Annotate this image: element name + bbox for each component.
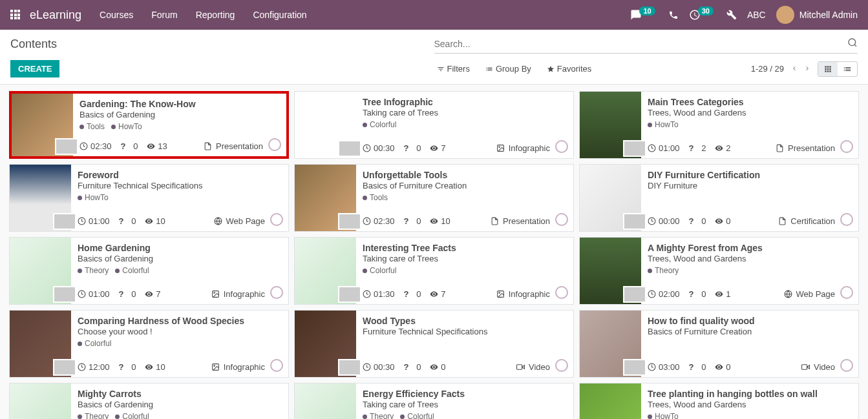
pager-prev[interactable] [790, 64, 798, 74]
card-thumbnail [623, 213, 646, 230]
nav-item-configuration[interactable]: Configuration [253, 10, 306, 20]
status-indicator[interactable] [555, 286, 568, 299]
content-card[interactable]: Mighty CarrotsBasics of GardeningTheoryC… [9, 383, 289, 419]
status-indicator[interactable] [840, 140, 853, 153]
card-tag: Colorful [78, 339, 111, 348]
card-title: Home Gardening [78, 243, 282, 253]
questions: ? 0 [121, 141, 138, 151]
card-tag: Theory [648, 266, 679, 275]
card-tag: HowTo [648, 120, 679, 129]
card-subtitle: Trees, Wood and Gardens [648, 108, 852, 118]
views: 0 [715, 216, 730, 226]
content-card[interactable]: Unforgettable ToolsBasics of Furniture C… [294, 164, 574, 232]
content-card[interactable]: A Mighty Forest from AgesTrees, Wood and… [579, 237, 859, 305]
status-indicator[interactable] [555, 359, 568, 372]
card-title: Tree planting in hanging bottles on wall [648, 389, 852, 399]
card-thumbnail [623, 140, 646, 157]
card-title: A Mighty Forest from Ages [648, 243, 852, 253]
questions: ? 0 [689, 289, 706, 299]
status-indicator[interactable] [555, 213, 568, 226]
pager-next[interactable] [803, 64, 811, 74]
card-image [295, 311, 356, 377]
status-indicator[interactable] [270, 213, 283, 226]
content-card[interactable]: Wood TypesFurniture Technical Specificat… [294, 310, 574, 378]
nav-item-reporting[interactable]: Reporting [196, 10, 235, 20]
favorites-button[interactable]: Favorites [547, 61, 591, 77]
search-icon[interactable] [847, 37, 858, 50]
card-thumbnail [53, 359, 76, 376]
svg-point-23 [213, 365, 215, 367]
company-name[interactable]: ABC [747, 10, 766, 20]
phone-icon[interactable] [668, 10, 679, 20]
status-indicator[interactable] [840, 359, 853, 372]
search-wrap [434, 37, 858, 54]
nav-item-forum[interactable]: Forum [151, 10, 177, 20]
chat-badge: 10 [639, 6, 655, 15]
nav-item-courses[interactable]: Courses [100, 10, 133, 20]
views: 10 [145, 216, 165, 226]
content-card[interactable]: Interesting Tree FactsTaking care of Tre… [294, 237, 574, 305]
status-indicator[interactable] [840, 286, 853, 299]
content-card[interactable]: Comparing Hardness of Wood SpeciesChoose… [9, 310, 289, 378]
questions: ? 0 [119, 216, 136, 226]
card-subtitle: Basics of Furniture Creation [648, 327, 852, 336]
card-title: Tree Infographic [363, 97, 567, 107]
card-tag: Colorful [400, 412, 434, 419]
tools-icon[interactable] [726, 10, 737, 20]
filters-button[interactable]: Filters [437, 61, 470, 77]
status-indicator[interactable] [268, 138, 281, 151]
svg-line-1 [854, 45, 856, 46]
questions: ? 0 [689, 362, 706, 372]
card-image [295, 383, 356, 419]
views: 10 [145, 362, 165, 372]
content-type: Presentation [204, 141, 263, 151]
list-view-button[interactable] [838, 62, 857, 76]
user-avatar [776, 6, 794, 24]
activity-icon[interactable]: 30 [689, 9, 716, 21]
kanban-view: Gardening: The Know-HowBasics of Gardeni… [0, 85, 868, 419]
status-indicator[interactable] [270, 286, 283, 299]
card-thumbnail [53, 286, 76, 303]
user-name: Mitchell Admin [799, 10, 858, 20]
card-thumbnail [338, 359, 361, 376]
groupby-button[interactable]: Group By [485, 61, 531, 77]
content-card[interactable]: Main Trees CategoriesTrees, Wood and Gar… [579, 91, 859, 159]
card-image [580, 383, 641, 419]
search-input[interactable] [434, 39, 848, 49]
views: 0 [430, 362, 445, 372]
card-tag: HowTo [78, 193, 109, 202]
content-type: Web Page [214, 216, 265, 226]
card-title: Unforgettable Tools [363, 170, 567, 180]
status-indicator[interactable] [840, 213, 853, 226]
content-type: Presentation [491, 216, 550, 226]
content-card[interactable]: ForewordFurniture Technical Specificatio… [9, 164, 289, 232]
duration: 01:00 [78, 216, 110, 226]
pager-count: 1-29 / 29 [751, 64, 784, 74]
duration: 12:00 [78, 362, 110, 372]
card-thumbnail [623, 286, 646, 303]
card-image [580, 311, 641, 377]
user-menu[interactable]: Mitchell Admin [776, 6, 858, 24]
card-image [10, 238, 71, 304]
status-indicator[interactable] [555, 140, 568, 153]
messaging-icon[interactable]: 10 [630, 9, 657, 21]
card-subtitle: Basics of Gardening [78, 254, 282, 263]
svg-point-0 [849, 39, 856, 46]
content-card[interactable]: Home GardeningBasics of GardeningTheoryC… [9, 237, 289, 305]
apps-icon[interactable] [10, 10, 21, 20]
questions: ? 0 [404, 216, 421, 226]
duration: 00:30 [363, 362, 395, 372]
content-card[interactable]: Gardening: The Know-HowBasics of Gardeni… [9, 91, 289, 159]
create-button[interactable]: CREATE [10, 60, 59, 77]
activity-badge: 30 [698, 6, 714, 15]
brand[interactable]: eLearning [30, 8, 81, 22]
content-card[interactable]: DIY Furniture CertificationDIY Furniture… [579, 164, 859, 232]
status-indicator[interactable] [270, 359, 283, 372]
content-card[interactable]: Tree planting in hanging bottles on wall… [579, 383, 859, 419]
content-card[interactable]: Tree InfographicTaking care of TreesColo… [294, 91, 574, 159]
content-card[interactable]: Energy Efficiency FactsTaking care of Tr… [294, 383, 574, 419]
svg-point-5 [498, 147, 500, 148]
kanban-view-button[interactable] [818, 62, 838, 76]
content-card[interactable]: How to find quality woodBasics of Furnit… [579, 310, 859, 378]
card-subtitle: DIY Furniture [648, 181, 852, 190]
